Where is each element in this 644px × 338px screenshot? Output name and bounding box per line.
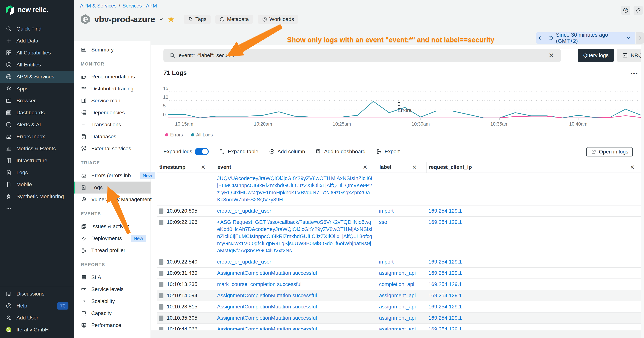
nav-item-performance[interactable]: Performance: [74, 319, 150, 331]
scrollbar-gutter[interactable]: [641, 45, 644, 338]
event-link[interactable]: AssignmentCompletionMutation successful: [217, 315, 317, 321]
nav-item-sla[interactable]: SLA: [74, 271, 150, 283]
title-chevron-down-icon[interactable]: [159, 17, 164, 22]
event-link[interactable]: AssignmentCompletionMutation successful: [217, 292, 317, 298]
event-link[interactable]: AssignmentCompletionMutation successful: [217, 270, 317, 276]
new-relic-logo[interactable]: new relic.: [4, 5, 48, 15]
legend-item-all-logs[interactable]: All Logs: [191, 132, 213, 138]
sidebar-item-errors-inbox[interactable]: Errors Inbox: [0, 131, 74, 143]
event-link[interactable]: <ASGIRequest: GET '/sso/callback/?state=…: [217, 219, 372, 253]
sidebar-item-all-capabilities[interactable]: All Capabilities: [0, 47, 74, 59]
event-link[interactable]: create_or_update_user: [217, 259, 271, 265]
permalink-button[interactable]: [634, 6, 643, 15]
toggle-on-icon[interactable]: [195, 148, 209, 155]
sidebar-item-logs[interactable]: Logs: [0, 167, 74, 179]
column-header-timestamp[interactable]: timestamp✕: [157, 162, 215, 173]
log-row[interactable]: 10:09:22.196<ASGIRequest: GET '/sso/call…: [157, 217, 644, 256]
sidebar-item-quick-find[interactable]: Quick Find: [0, 23, 74, 35]
ip-link[interactable]: 169.254.129.1: [428, 270, 462, 276]
add-to-dashboard-button[interactable]: Add to dashboard: [316, 149, 366, 155]
nav-item-scalability[interactable]: Scalability: [74, 295, 150, 307]
nrql-button[interactable]: NRQL: [617, 49, 644, 62]
event-link[interactable]: AssignmentCompletionMutation successful: [217, 304, 317, 309]
column-header-request-client-ip[interactable]: request_client_ip✕: [426, 162, 644, 173]
log-row[interactable]: 10:10:14.094AssignmentCompletionMutation…: [157, 290, 644, 301]
sidebar-item-all-entities[interactable]: All Entities: [0, 59, 74, 71]
time-range-button[interactable]: Since 30 minutes ago (GMT+2): [544, 32, 635, 44]
nav-item-logs[interactable]: Logs: [74, 182, 150, 193]
sidebar-item-apps[interactable]: Apps: [0, 83, 74, 95]
tags-button[interactable]: Tags: [184, 15, 210, 24]
nav-item-external-services[interactable]: External services: [74, 143, 150, 155]
expand-table-button[interactable]: Expand table: [219, 149, 258, 155]
sidebar-item-discussions[interactable]: Discussions: [0, 288, 74, 300]
nav-item-capacity[interactable]: Capacity: [74, 307, 150, 319]
ip-link[interactable]: 169.254.129.1: [428, 304, 462, 309]
remove-column-icon[interactable]: ✕: [630, 164, 635, 170]
add-column-button[interactable]: Add column: [269, 149, 305, 155]
label-link[interactable]: assignment_api: [379, 270, 416, 276]
nav-item-dependencies[interactable]: Dependencies: [74, 107, 150, 119]
label-link[interactable]: assignment_api: [379, 292, 416, 298]
nav-item-errors-errors-inb[interactable]: Errors (errors inb...New: [74, 170, 150, 182]
sidebar-item-infrastructure[interactable]: Infrastructure: [0, 155, 74, 167]
sidebar-item-browser[interactable]: Browser: [0, 95, 74, 107]
sidebar-item-alerts-ai[interactable]: Alerts & AI: [0, 119, 74, 131]
ip-link[interactable]: 169.254.129.1: [428, 208, 462, 214]
log-row[interactable]: 10:09:31.439AssignmentCompletionMutation…: [157, 268, 644, 279]
log-row[interactable]: JUQVU&code=eyJraWQiOiJjcGltY29yZV8wOTI1M…: [157, 173, 644, 205]
nav-item-service-levels[interactable]: Service levels: [74, 283, 150, 295]
favorite-star-icon[interactable]: ★: [167, 15, 175, 24]
expand-logs-toggle[interactable]: Expand logs: [164, 148, 209, 155]
open-in-logs-button[interactable]: Open in logs: [586, 147, 633, 156]
event-link[interactable]: create_or_update_user: [217, 208, 271, 214]
nav-item-issues-activity[interactable]: Issues & activity: [74, 220, 150, 232]
nav-item-service-map[interactable]: Service map: [74, 95, 150, 107]
remove-column-icon[interactable]: ✕: [363, 164, 368, 170]
nav-item-recommendations[interactable]: Recommendations: [74, 71, 150, 83]
nav-item-thread-profiler[interactable]: Thread profiler: [74, 244, 150, 256]
log-row[interactable]: 10:10:13.235mark_course_completion succe…: [157, 279, 644, 290]
sidebar-item-dashboards[interactable]: Dashboards: [0, 107, 74, 119]
log-row[interactable]: 10:10:23.815AssignmentCompletionMutation…: [157, 301, 644, 312]
sidebar-item-add-user[interactable]: Add User: [0, 312, 74, 324]
label-link[interactable]: assignment_api: [379, 304, 416, 309]
label-link[interactable]: assignment_api: [379, 315, 416, 321]
column-header-event[interactable]: event✕: [215, 162, 377, 173]
more-menu-icon[interactable]: •••: [630, 70, 638, 76]
sidebar-item-mobile[interactable]: Mobile: [0, 179, 74, 191]
log-row[interactable]: 10:09:22.540create_or_update_userimport1…: [157, 256, 644, 268]
ip-link[interactable]: 169.254.129.1: [428, 315, 462, 321]
breadcrumb-services-apm[interactable]: Services - APM: [122, 3, 157, 9]
sidebar-item-help[interactable]: ?Help70: [0, 300, 74, 312]
log-row[interactable]: 10:09:20.895create_or_update_userimport1…: [157, 205, 644, 217]
nav-item-transactions[interactable]: Transactions: [74, 119, 150, 131]
ip-link[interactable]: 169.254.129.1: [428, 219, 462, 225]
nav-item-vulnerability-management[interactable]: Vulnerability Management: [74, 193, 150, 205]
time-forward-button[interactable]: [635, 32, 644, 44]
nav-item-summary[interactable]: Summary: [74, 44, 150, 56]
breadcrumb-apm-services[interactable]: APM & Services: [80, 3, 116, 9]
ip-link[interactable]: 169.254.129.1: [428, 292, 462, 298]
time-back-button[interactable]: [536, 32, 544, 44]
remove-column-icon[interactable]: ✕: [201, 164, 206, 170]
legend-item-errors[interactable]: Errors: [165, 132, 183, 138]
sidebar-item-more[interactable]: [0, 202, 74, 214]
label-link[interactable]: import: [379, 259, 394, 265]
nav-item-deployments[interactable]: DeploymentsNew: [74, 232, 150, 244]
query-logs-button[interactable]: Query logs: [578, 49, 614, 62]
nav-item-distributed-tracing[interactable]: Distributed tracing: [74, 83, 150, 95]
sidebar-item-metrics-events[interactable]: Metrics & Events: [0, 143, 74, 155]
ip-link[interactable]: 169.254.129.1: [428, 281, 462, 287]
column-header-label[interactable]: label✕: [377, 162, 426, 173]
ip-link[interactable]: 169.254.129.1: [428, 259, 462, 265]
metadata-button[interactable]: Metadata: [216, 15, 253, 24]
export-button[interactable]: Export: [376, 149, 400, 155]
event-link[interactable]: mark_course_completion successful: [217, 281, 302, 287]
log-row[interactable]: 10:10:35.305AssignmentCompletionMutation…: [157, 312, 644, 324]
workloads-button[interactable]: Workloads: [258, 15, 298, 24]
sidebar-item-iterativ-gmbh[interactable]: Iterativ GmbH: [0, 324, 74, 336]
sidebar-item-add-data[interactable]: Add Data: [0, 35, 74, 47]
remove-column-icon[interactable]: ✕: [412, 164, 417, 170]
label-link[interactable]: sso: [379, 219, 387, 225]
